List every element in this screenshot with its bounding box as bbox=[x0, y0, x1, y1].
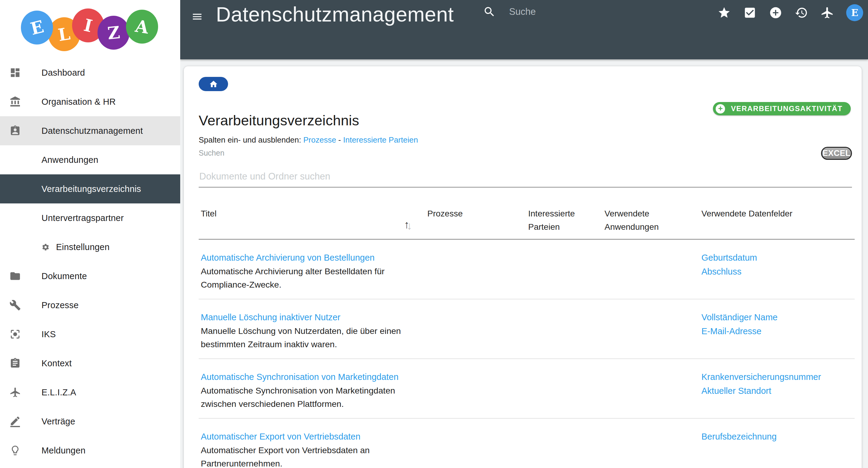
sidebar-item-dashboard[interactable]: Dashboard bbox=[0, 58, 180, 87]
badge-icon bbox=[9, 125, 21, 136]
excel-export-button[interactable]: EXCEL bbox=[821, 147, 852, 160]
document-search-input[interactable] bbox=[199, 166, 852, 188]
cell-verwendete-datenfelder: GeburtsdatumAbschluss bbox=[702, 240, 855, 299]
sidebar-item-label: Organisation & HR bbox=[41, 97, 116, 107]
processing-register-table: TitelProzesseInteressierte ParteienVerwe… bbox=[199, 188, 855, 468]
flight-button[interactable] bbox=[820, 6, 834, 20]
column-header-interessierte-parteien[interactable]: Interessierte Parteien bbox=[528, 188, 604, 239]
row-title-link[interactable]: Automatische Synchronisation von Marketi… bbox=[201, 370, 399, 384]
page-title: Verarbeitungsverzeichnis bbox=[199, 112, 359, 129]
logo-letter: A bbox=[134, 16, 150, 37]
sidebar-item-verträge[interactable]: Verträge bbox=[0, 407, 180, 436]
cell-titel: Automatischer Export von VertriebsdatenA… bbox=[199, 419, 427, 468]
cell-interessierte-parteien bbox=[528, 359, 604, 418]
sidebar-item-label: Anwendungen bbox=[41, 155, 98, 165]
favorite-star-icon bbox=[717, 6, 731, 20]
sidebar-item-label: Dashboard bbox=[41, 68, 85, 78]
cell-prozesse bbox=[427, 359, 528, 418]
row-title-link[interactable]: Automatischer Export von Vertriebsdaten bbox=[201, 430, 361, 443]
favorite-star-button[interactable] bbox=[717, 6, 731, 20]
cell-interessierte-parteien bbox=[528, 419, 604, 468]
column-header-titel[interactable]: Titel bbox=[199, 188, 427, 239]
focus-icon bbox=[9, 329, 21, 340]
search-icon bbox=[483, 5, 496, 18]
sidebar-item-untervertragspartner[interactable]: Untervertragspartner bbox=[0, 203, 180, 233]
cell-verwendete-anwendungen bbox=[604, 359, 702, 418]
sidebar-item-label: Datenschutzmanagement bbox=[41, 126, 143, 136]
sidebar-item-dokumente[interactable]: Dokumente bbox=[0, 262, 180, 291]
sidebar-item-label: Dokumente bbox=[41, 271, 87, 281]
data-field-link[interactable]: Berufsbezeichnung bbox=[702, 430, 777, 443]
menu-icon[interactable] bbox=[191, 11, 203, 23]
bank-icon bbox=[9, 96, 21, 107]
table-row: Manuelle Löschung inaktiver NutzerManuel… bbox=[199, 299, 855, 359]
tasks-checkbox-button[interactable] bbox=[743, 6, 756, 20]
home-button[interactable] bbox=[199, 77, 228, 91]
add-circle-button[interactable] bbox=[769, 6, 782, 20]
column-toggle-prefix: Spalten ein- und ausblenden: bbox=[199, 135, 304, 144]
data-field-link[interactable]: Vollständiger Name bbox=[702, 310, 777, 324]
table-row: Automatische Synchronisation von Marketi… bbox=[199, 359, 855, 419]
sidebar-item-iks[interactable]: IKS bbox=[0, 320, 180, 349]
row-title-link[interactable]: Manuelle Löschung inaktiver Nutzer bbox=[201, 310, 340, 324]
airplane-icon bbox=[9, 387, 21, 398]
sidebar-item-einstellungen[interactable]: Einstellungen bbox=[0, 233, 180, 262]
add-processing-activity-button[interactable]: + VERARBEITUNGSAKTIVITÄT bbox=[713, 102, 851, 115]
focus-icon bbox=[9, 329, 21, 340]
eliza-logo: ELIZA bbox=[0, 0, 180, 56]
sidebar-item-organisation-hr[interactable]: Organisation & HR bbox=[0, 87, 180, 116]
sidebar-nav: DashboardOrganisation & HRDatenschutzman… bbox=[0, 58, 180, 465]
sidebar-item-meldungen[interactable]: Meldungen bbox=[0, 436, 180, 465]
data-field-link[interactable]: Krankenversicherungsnummer bbox=[702, 370, 821, 384]
cell-prozesse bbox=[427, 240, 528, 299]
wrench-icon bbox=[9, 299, 21, 311]
history-button[interactable] bbox=[795, 6, 808, 20]
sidebar-item-kontext[interactable]: Kontext bbox=[0, 349, 180, 378]
home-icon bbox=[209, 79, 218, 89]
cell-prozesse bbox=[427, 419, 528, 468]
table-body: Automatische Archivierung von Bestellung… bbox=[199, 240, 855, 468]
sort-toggle[interactable]: ↑↓ bbox=[404, 219, 412, 230]
toggle-link-interessierte-parteien[interactable]: Interessierte Parteien bbox=[343, 135, 418, 144]
lightbulb-icon bbox=[9, 445, 21, 456]
sidebar-item-anwendungen[interactable]: Anwendungen bbox=[0, 145, 180, 174]
cell-titel: Manuelle Löschung inaktiver NutzerManuel… bbox=[199, 299, 427, 359]
tasks-checkbox-icon bbox=[743, 6, 756, 20]
topbar-row: Datenschutzmanagement Suche E bbox=[180, 0, 868, 34]
flight-icon bbox=[820, 6, 834, 20]
column-header-verwendete-datenfelder[interactable]: Verwendete Datenfelder bbox=[702, 188, 855, 239]
sidebar-item-label: Verträge bbox=[41, 416, 75, 427]
dashboard-icon bbox=[9, 67, 21, 78]
topbar-search[interactable]: Suche bbox=[483, 5, 536, 18]
gear-icon bbox=[41, 243, 50, 251]
plus-icon: + bbox=[716, 104, 725, 113]
column-header-verwendete-anwendungen[interactable]: Verwendete Anwendungen bbox=[604, 188, 702, 239]
row-description: Manuelle Löschung von Nutzerdaten, die ü… bbox=[201, 324, 420, 351]
cell-verwendete-anwendungen bbox=[604, 419, 702, 468]
column-header-prozesse[interactable]: Prozesse bbox=[427, 188, 528, 239]
data-field-link[interactable]: E-Mail-Adresse bbox=[702, 324, 762, 338]
sidebar-item-e.l.i.z.a[interactable]: E.L.I.Z.A bbox=[0, 378, 180, 407]
user-avatar[interactable]: E bbox=[846, 4, 863, 21]
add-processing-activity-label: VERARBEITUNGSAKTIVITÄT bbox=[731, 104, 842, 113]
folder-icon bbox=[9, 270, 21, 282]
toggle-separator: - bbox=[336, 135, 343, 144]
cell-verwendete-datenfelder: Vollständiger NameE-Mail-Adresse bbox=[702, 299, 855, 359]
clipboard-icon bbox=[9, 358, 21, 369]
sidebar-item-label: Einstellungen bbox=[56, 242, 110, 252]
data-field-link[interactable]: Geburtsdatum bbox=[702, 250, 757, 265]
cell-titel: Automatische Synchronisation von Marketi… bbox=[199, 359, 427, 418]
data-field-link[interactable]: Aktueller Standort bbox=[702, 384, 771, 398]
sidebar-item-datenschutzmanagement[interactable]: Datenschutzmanagement bbox=[0, 116, 180, 145]
toggle-link-prozesse[interactable]: Prozesse bbox=[304, 135, 336, 144]
logo-circle-e: E bbox=[21, 10, 53, 44]
data-field-link[interactable]: Abschluss bbox=[702, 265, 741, 278]
bank-icon bbox=[9, 96, 21, 107]
gear-icon bbox=[41, 243, 50, 251]
sidebar-item-prozesse[interactable]: Prozesse bbox=[0, 291, 180, 320]
logo-letter: L bbox=[57, 23, 71, 45]
search-label: Suchen bbox=[199, 148, 224, 158]
row-title-link[interactable]: Automatische Archivierung von Bestellung… bbox=[201, 250, 375, 265]
sidebar-item-verarbeitungsverzeichnis[interactable]: Verarbeitungsverzeichnis bbox=[0, 174, 180, 203]
row-description: Automatische Synchronisation von Marketi… bbox=[201, 384, 420, 410]
